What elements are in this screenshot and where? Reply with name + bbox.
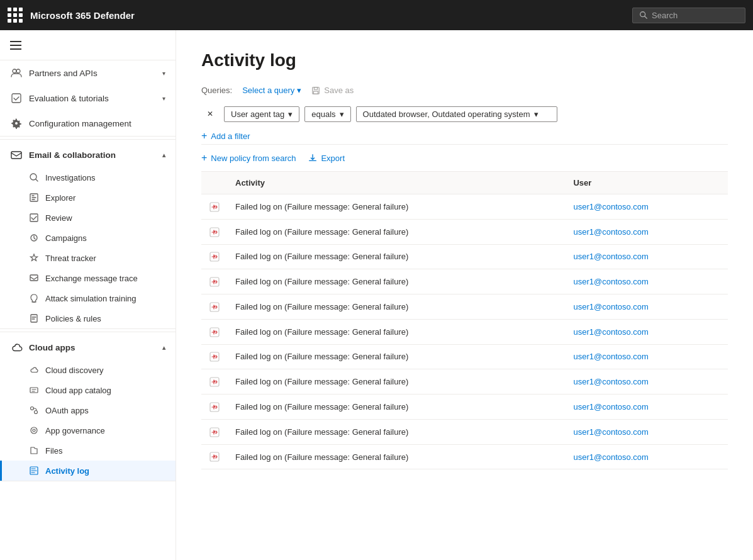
export-label: Export [321,154,345,163]
queries-toolbar: Queries: Select a query ▾ Save as [201,86,728,95]
new-policy-button[interactable]: + New policy from search [201,152,296,164]
filter-operator-dropdown[interactable]: equals ▾ [304,106,350,122]
sidebar-item-policies-rules[interactable]: Policies & rules [0,308,176,328]
add-filter-button[interactable]: + Add a filter [201,128,728,144]
table-row[interactable]: Failed log on (Failure message: General … [201,369,728,395]
row-icon-cell [201,244,228,269]
config-icon [10,117,23,130]
cloud-catalog-icon [29,385,39,395]
sidebar-item-files[interactable]: Files [0,440,176,461]
add-filter-plus: + [201,130,207,142]
row-activity: Failed log on (Failure message: General … [228,194,566,220]
svg-point-16 [35,411,38,414]
sidebar-item-investigations[interactable]: Investigations [0,167,176,188]
activity-icon [209,201,220,211]
row-icon-cell [201,219,228,244]
filter-field-label: User agent tag [231,109,284,119]
sidebar-item-partners-apis[interactable]: Partners and APIs ▾ [0,60,176,86]
top-navigation: Microsoft 365 Defender [0,0,753,30]
sidebar-item-explorer[interactable]: Explorer [0,188,176,208]
table-row[interactable]: Failed log on (Failure message: General … [201,419,728,444]
filter-operator-label: equals [311,109,335,119]
table-row[interactable]: Failed log on (Failure message: General … [201,219,728,244]
activity-icon [209,401,220,412]
sidebar-item-cloud-discovery[interactable]: Cloud discovery [0,360,176,380]
sidebar-item-exchange-trace[interactable]: Exchange message trace [0,268,176,288]
row-user: user1@contoso.com [566,219,728,244]
sidebar-item-cloud-apps[interactable]: Cloud apps ▴ [0,335,176,360]
table-row[interactable]: Failed log on (Failure message: General … [201,395,728,420]
oauth-label: OAuth apps [45,406,89,415]
explorer-icon [29,193,39,203]
table-row[interactable]: Failed log on (Failure message: General … [201,344,728,369]
table-row[interactable]: Failed log on (Failure message: General … [201,269,728,294]
filter-field-dropdown[interactable]: User agent tag ▾ [224,106,299,122]
row-activity: Failed log on (Failure message: General … [228,294,566,320]
svg-rect-22 [314,91,318,93]
investigations-icon [29,172,39,182]
cloud-apps-label: Cloud apps [29,343,156,352]
evaluation-icon [10,92,23,104]
export-button[interactable]: Export [308,154,345,163]
table-row[interactable]: Failed log on (Failure message: General … [201,244,728,269]
sidebar-item-campaigns[interactable]: Campaigns [0,228,176,248]
hamburger-button[interactable] [10,41,21,50]
campaigns-label: Campaigns [45,233,87,243]
config-label: Configuration management [29,119,165,128]
activity-log-label: Activity log [45,466,89,476]
row-user: user1@contoso.com [566,444,728,469]
activity-log-table: Activity User Failed log on (Failure mes… [201,172,728,469]
row-activity: Failed log on (Failure message: General … [228,444,566,469]
select-query-label: Select a query [242,86,294,95]
sidebar-item-email-collaboration[interactable]: Email & collaboration ▴ [0,142,176,167]
table-row[interactable]: Failed log on (Failure message: General … [201,319,728,344]
activity-icon [209,426,220,437]
sidebar-item-cloud-app-catalog[interactable]: Cloud app catalog [0,380,176,400]
activity-icon [209,326,220,337]
sidebar-divider-1 [0,139,176,140]
svg-rect-14 [30,388,38,393]
svg-line-1 [645,16,647,19]
row-activity: Failed log on (Failure message: General … [228,219,566,244]
exchange-label: Exchange message trace [45,274,138,283]
row-icon-cell [201,194,228,220]
sidebar-item-evaluation[interactable]: Evaluation & tutorials ▾ [0,86,176,111]
queries-label: Queries: [201,86,232,95]
activity-icon [209,276,220,286]
row-icon-cell [201,319,228,344]
evaluation-label: Evaluation & tutorials [29,94,156,103]
sidebar-item-attack-simulation[interactable]: Attack simulation training [0,288,176,308]
oauth-icon [29,405,39,415]
row-activity: Failed log on (Failure message: General … [228,244,566,269]
table-row[interactable]: Failed log on (Failure message: General … [201,444,728,469]
sidebar-item-activity-log[interactable]: Activity log [0,461,176,481]
cloud-icon [10,341,23,354]
search-input[interactable] [652,11,733,20]
activity-log-icon [29,466,39,476]
sidebar-item-config[interactable]: Configuration management [0,111,176,136]
filter-value-dropdown[interactable]: Outdated browser, Outdated operating sys… [356,106,557,122]
add-filter-label: Add a filter [211,132,250,141]
select-query-chevron: ▾ [297,86,301,95]
table-row[interactable]: Failed log on (Failure message: General … [201,194,728,220]
save-as-button[interactable]: Save as [311,86,354,95]
sidebar-item-app-governance[interactable]: App governance [0,420,176,440]
email-sub-items: Investigations Explorer Review [0,167,176,328]
select-query-dropdown[interactable]: Select a query ▾ [242,86,301,95]
evaluation-chevron: ▾ [162,95,165,102]
svg-rect-5 [11,152,21,159]
sidebar-item-review[interactable]: Review [0,208,176,228]
partners-apis-chevron: ▾ [162,70,165,77]
app-launcher-button[interactable] [8,8,23,23]
search-box[interactable] [632,8,745,23]
sidebar-divider-2 [0,332,176,332]
activity-icon [209,351,220,362]
cloud-discovery-icon [29,365,39,375]
sidebar-item-oauth-apps[interactable]: OAuth apps [0,400,176,420]
sidebar-item-threat-tracker[interactable]: Threat tracker [0,248,176,268]
cloud-catalog-label: Cloud app catalog [45,386,111,395]
table-actions: + New policy from search Export [201,144,728,172]
table-row[interactable]: Failed log on (Failure message: General … [201,294,728,320]
row-icon-cell [201,395,228,420]
filter-close-button[interactable]: ✕ [201,105,219,123]
